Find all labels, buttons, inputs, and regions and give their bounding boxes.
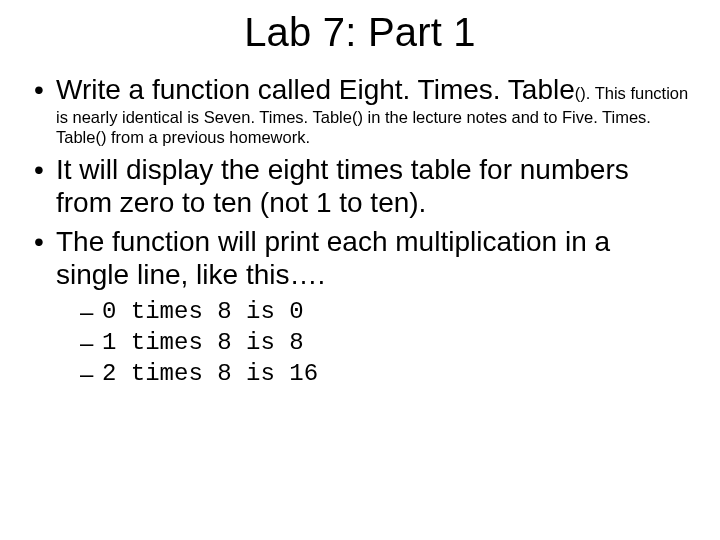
bullet-3: The function will print each multiplicat… (30, 225, 690, 389)
example-line: 0 times 8 is 0 (80, 297, 690, 328)
bullet-list: Write a function called Eight. Times. Ta… (30, 73, 690, 390)
example-list: 0 times 8 is 0 1 times 8 is 8 2 times 8 … (56, 297, 690, 389)
bullet-3-text: The function will print each multiplicat… (56, 226, 610, 290)
bullet-1-sub: is nearly identical is Seven. Times. Tab… (56, 107, 690, 147)
bullet-2: It will display the eight times table fo… (30, 153, 690, 219)
slide: Lab 7: Part 1 Write a function called Ei… (0, 0, 720, 540)
bullet-1: Write a function called Eight. Times. Ta… (30, 73, 690, 147)
example-line: 1 times 8 is 8 (80, 328, 690, 359)
bullet-1-tail: (). This function (575, 84, 688, 102)
slide-title: Lab 7: Part 1 (30, 10, 690, 55)
bullet-1-main: Write a function called Eight. Times. Ta… (56, 74, 575, 105)
example-line: 2 times 8 is 16 (80, 359, 690, 390)
